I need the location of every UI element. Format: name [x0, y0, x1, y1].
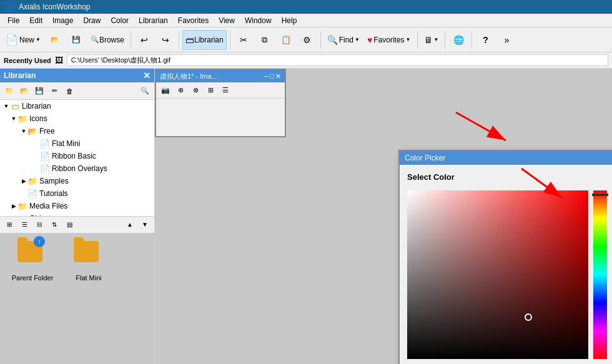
- img-tb-btn2[interactable]: ⊕: [174, 84, 187, 97]
- menu-image[interactable]: Image: [47, 15, 78, 26]
- image-window-toolbar: 📷 ⊕ ⊗ ⊞ ☰: [156, 82, 285, 99]
- menubar: File Edit Image Draw Color Librarian Fav…: [0, 14, 612, 27]
- open-button[interactable]: 📂: [45, 30, 65, 50]
- sb-down-btn[interactable]: ▼: [138, 218, 152, 232]
- copy-button[interactable]: ⧉: [255, 30, 275, 50]
- ribbonbasic-icon: 📄: [40, 151, 50, 161]
- tree-label-samples: Samples: [39, 177, 69, 185]
- img-close-btn[interactable]: ✕: [275, 72, 281, 81]
- sb-save-btn[interactable]: 💾: [32, 84, 46, 98]
- copy-icon: ⧉: [262, 35, 267, 45]
- recently-used-path[interactable]: C:\Users' \Desktop\虚拟人物1.gif: [67, 54, 608, 66]
- menu-favorites[interactable]: Favorites: [173, 15, 214, 26]
- img-tb-btn3[interactable]: ⊗: [189, 84, 202, 97]
- sb-search-btn[interactable]: 🔍: [138, 84, 152, 98]
- globe-button[interactable]: 🌐: [448, 30, 468, 50]
- new-button[interactable]: 📄 New ▼: [2, 30, 44, 50]
- sidebar-close-icon[interactable]: ✕: [143, 71, 151, 81]
- tree-item-librarian[interactable]: ▼ 🗃 Librarian: [0, 100, 154, 112]
- browse-button[interactable]: 🔍 Browse: [87, 30, 127, 50]
- menu-color[interactable]: Color: [106, 15, 134, 26]
- cp-hue-slider-wrap[interactable]: ◀ ▶: [593, 190, 607, 359]
- img-tb-btn4[interactable]: ⊞: [204, 84, 217, 97]
- tree-item-flatmini[interactable]: ▶ 📄 Flat Mini: [0, 137, 154, 150]
- tree-arrow-librarian[interactable]: ▼: [2, 103, 10, 109]
- heart-icon: ♥: [367, 35, 372, 45]
- tree-arrow-free[interactable]: ▼: [20, 128, 27, 134]
- tree-item-free[interactable]: ▼ 📂 Free: [0, 125, 154, 137]
- cp-gradient-picker[interactable]: [407, 190, 588, 359]
- menu-librarian[interactable]: Librarian: [134, 15, 173, 26]
- sb-view3-btn[interactable]: ⊟: [32, 218, 46, 232]
- sb-sort2-btn[interactable]: ▤: [62, 218, 76, 232]
- img-min-btn[interactable]: ─: [264, 72, 269, 81]
- down-icon: ▼: [142, 221, 148, 228]
- undo-button[interactable]: ↩: [134, 30, 154, 50]
- icons-folder-icon: 📁: [17, 114, 27, 124]
- recently-used-icon: 🖼: [55, 56, 63, 65]
- parent-folder-icon-wrap: ↑: [17, 241, 47, 271]
- tree-item-samples[interactable]: ▶ 📁 Samples: [0, 175, 154, 187]
- tree-arrow-icons[interactable]: ▼: [10, 116, 17, 122]
- sb-open-btn[interactable]: 📂: [17, 84, 31, 98]
- find-label: Find: [339, 36, 353, 44]
- flatmini-folder-shape: [74, 241, 99, 262]
- help-button[interactable]: ?: [475, 30, 495, 50]
- menu-help[interactable]: Help: [277, 15, 302, 26]
- find-button[interactable]: 🔍 Find ▼: [324, 30, 363, 50]
- tree-label-mediafiles: Media Files: [29, 202, 67, 210]
- tree-item-ribbonoverlays[interactable]: ▶ 📄 Ribbon Overlays: [0, 162, 154, 175]
- sb-view1-btn[interactable]: ⊞: [2, 218, 16, 232]
- tree-item-ribbonbasic[interactable]: ▶ 📄 Ribbon Basic: [0, 150, 154, 162]
- redo-icon: ↪: [162, 35, 169, 45]
- sb-sort1-btn[interactable]: ⇅: [47, 218, 61, 232]
- img-max-btn[interactable]: □: [270, 72, 274, 81]
- cut-button[interactable]: ✂: [234, 30, 254, 50]
- favorites-label: Favorites: [373, 36, 404, 44]
- image-window-controls: ─ □ ✕: [264, 72, 281, 81]
- redo-button[interactable]: ↪: [155, 30, 175, 50]
- tree-item-tutorials[interactable]: ▶ 📄 Tutorials: [0, 187, 154, 200]
- menu-draw[interactable]: Draw: [78, 15, 106, 26]
- paste-button[interactable]: 📋: [276, 30, 296, 50]
- sort2-icon: ▤: [67, 221, 72, 228]
- sb-up-btn[interactable]: ▲: [123, 218, 137, 232]
- save-button[interactable]: 💾: [66, 30, 86, 50]
- img-tb-icon4: ⊞: [208, 86, 214, 94]
- menu-file[interactable]: File: [2, 15, 24, 26]
- img-tb-btn1[interactable]: 📷: [159, 84, 172, 97]
- fav-dropdown-icon: ▼: [406, 37, 411, 42]
- sb-delete-btn[interactable]: 🗑: [62, 84, 76, 98]
- tree-arrow-mediafiles[interactable]: ▶: [10, 203, 17, 209]
- find-icon: 🔍: [327, 35, 338, 45]
- sb-new-btn[interactable]: 📁: [2, 84, 16, 98]
- recently-used-label: Recently Used: [4, 57, 51, 64]
- globe-icon: 🌐: [453, 35, 464, 45]
- menu-edit[interactable]: Edit: [24, 15, 47, 26]
- menu-window[interactable]: Window: [240, 15, 277, 26]
- tree-item-icons[interactable]: ▼ 📁 Icons: [0, 112, 154, 125]
- monitor-button[interactable]: 🖥 ▼: [421, 30, 442, 50]
- file-item-parent[interactable]: ↑ Parent Folder: [7, 241, 57, 357]
- browse-icon: 🔍: [91, 36, 99, 44]
- tree-item-mediafiles[interactable]: ▶ 📁 Media Files: [0, 200, 154, 212]
- file-item-flatmini[interactable]: Flat Mini: [64, 241, 114, 357]
- img-tb-icon2: ⊕: [178, 86, 184, 94]
- samples-folder-icon: 📁: [27, 176, 37, 186]
- help-icon: ?: [483, 35, 488, 45]
- gear-icon: ⚙: [303, 35, 311, 45]
- sb-edit-btn[interactable]: ✏: [47, 84, 61, 98]
- more-button[interactable]: »: [496, 30, 516, 50]
- img-tb-icon3: ⊗: [193, 86, 199, 94]
- upload-badge: ↑: [34, 236, 45, 247]
- settings-button[interactable]: ⚙: [297, 30, 317, 50]
- tree-arrow-samples[interactable]: ▶: [20, 178, 27, 184]
- menu-view[interactable]: View: [214, 15, 240, 26]
- sb-view2-btn[interactable]: ☰: [17, 218, 31, 232]
- recently-used-bar: Recently Used 🖼 C:\Users' \Desktop\虚拟人物1…: [0, 52, 612, 69]
- parent-folder-shape: ↑: [17, 241, 42, 262]
- img-tb-btn5[interactable]: ☰: [219, 84, 232, 97]
- paste-icon: 📋: [281, 35, 291, 44]
- favorites-button[interactable]: ♥ Favorites ▼: [364, 30, 414, 50]
- librarian-button[interactable]: 🗃 Librarian: [182, 30, 227, 50]
